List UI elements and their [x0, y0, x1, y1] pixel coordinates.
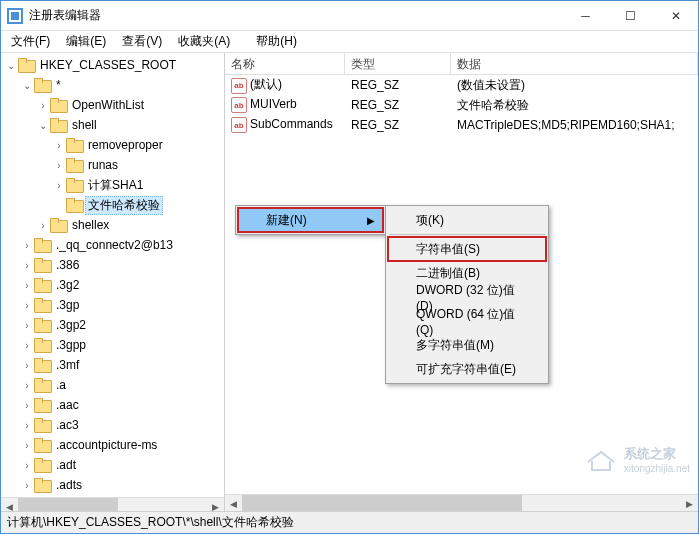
tree-item-filehash[interactable]: ›文件哈希校验 [1, 195, 224, 215]
menu-item-key[interactable]: 项(K) [388, 208, 546, 232]
tree-item-shellex[interactable]: ›shellex [1, 215, 224, 235]
tree-item-runas[interactable]: ›runas [1, 155, 224, 175]
scroll-right-icon[interactable]: ▶ [207, 498, 224, 511]
menu-item-qword[interactable]: QWORD (64 位)值(Q) [388, 309, 546, 333]
expander-icon[interactable]: › [21, 479, 33, 491]
folder-icon [66, 178, 82, 192]
expander-icon[interactable]: › [21, 299, 33, 311]
value-type: REG_SZ [345, 118, 451, 132]
statusbar: 计算机\HKEY_CLASSES_ROOT\*\shell\文件哈希校验 [1, 511, 698, 533]
expander-icon[interactable]: › [53, 179, 65, 191]
scroll-left-icon[interactable]: ◀ [1, 498, 18, 511]
menu-file[interactable]: 文件(F) [5, 31, 56, 52]
folder-icon [34, 418, 50, 432]
expander-icon[interactable]: › [37, 219, 49, 231]
value-name: SubCommands [250, 117, 333, 131]
tree-item-openwithlist[interactable]: ›OpenWithList [1, 95, 224, 115]
menu-item-new[interactable]: 新建(N) ▶ [238, 208, 383, 232]
tree-item-accountpicture[interactable]: ›.accountpicture-ms [1, 435, 224, 455]
expander-icon[interactable]: › [21, 459, 33, 471]
expander-icon[interactable]: ⌄ [37, 119, 49, 131]
menu-favorites[interactable]: 收藏夹(A) [172, 31, 236, 52]
app-icon [7, 8, 23, 24]
col-header-type[interactable]: 类型 [345, 53, 451, 74]
expander-icon[interactable]: › [21, 319, 33, 331]
expander-icon[interactable]: › [21, 359, 33, 371]
scroll-thumb[interactable] [18, 498, 118, 511]
list-hscroll[interactable]: ◀ ▶ [225, 494, 698, 511]
menu-item-multistring[interactable]: 多字符串值(M) [388, 333, 546, 357]
scroll-right-icon[interactable]: ▶ [681, 495, 698, 511]
menu-separator [389, 234, 545, 235]
tree-item-adt[interactable]: ›.adt [1, 455, 224, 475]
minimize-button[interactable]: ─ [563, 1, 608, 30]
expander-icon[interactable]: › [21, 239, 33, 251]
tree-item-3mf[interactable]: ›.3mf [1, 355, 224, 375]
window-title: 注册表编辑器 [29, 7, 563, 24]
menu-item-expandstring[interactable]: 可扩充字符串值(E) [388, 357, 546, 381]
tree-item-adts[interactable]: ›.adts [1, 475, 224, 495]
expander-icon[interactable]: ⌄ [21, 79, 33, 91]
expander-icon[interactable]: › [21, 419, 33, 431]
folder-icon [34, 278, 50, 292]
chevron-right-icon: ▶ [367, 215, 375, 226]
value-type: REG_SZ [345, 98, 451, 112]
expander-icon[interactable]: ⌄ [5, 59, 17, 71]
expander-icon[interactable]: › [21, 379, 33, 391]
value-type: REG_SZ [345, 78, 451, 92]
list-body[interactable]: ab(默认) REG_SZ (数值未设置) abMUIVerb REG_SZ 文… [225, 75, 698, 494]
tree-item-3gp2[interactable]: ›.3gp2 [1, 315, 224, 335]
tree-item-ac3[interactable]: ›.ac3 [1, 415, 224, 435]
tree-pane[interactable]: ⌄HKEY_CLASSES_ROOT ⌄* ›OpenWithList ⌄she… [1, 53, 225, 511]
tree-item-qq[interactable]: ›._qq_connectv2@b13 [1, 235, 224, 255]
tree-item-shell[interactable]: ⌄shell [1, 115, 224, 135]
folder-icon [50, 218, 66, 232]
tree-item-3gpp[interactable]: ›.3gpp [1, 335, 224, 355]
tree-item-removeproper[interactable]: ›removeproper [1, 135, 224, 155]
expander-icon[interactable]: › [21, 399, 33, 411]
col-header-data[interactable]: 数据 [451, 53, 698, 74]
menu-help[interactable]: 帮助(H) [250, 31, 303, 52]
expander-icon[interactable]: › [21, 439, 33, 451]
list-row[interactable]: abSubCommands REG_SZ MACTripleDES;MD5;RI… [225, 115, 698, 135]
maximize-button[interactable]: ☐ [608, 1, 653, 30]
folder-icon [34, 458, 50, 472]
folder-icon [66, 138, 82, 152]
expander-icon[interactable]: › [21, 259, 33, 271]
menu-edit[interactable]: 编辑(E) [60, 31, 112, 52]
value-data: MACTripleDES;MD5;RIPEMD160;SHA1; [451, 118, 698, 132]
expander-icon[interactable]: › [21, 339, 33, 351]
menu-view[interactable]: 查看(V) [116, 31, 168, 52]
tree-item-star[interactable]: ⌄* [1, 75, 224, 95]
scroll-thumb[interactable] [242, 495, 522, 511]
tree-item-386[interactable]: ›.386 [1, 255, 224, 275]
watermark: 系统之家 xitongzhijia.net [584, 445, 690, 474]
col-header-name[interactable]: 名称 [225, 53, 345, 74]
tree-item-a[interactable]: ›.a [1, 375, 224, 395]
folder-icon [18, 58, 34, 72]
context-submenu: 项(K) 字符串值(S) 二进制值(B) DWORD (32 位)值(D) QW… [385, 205, 549, 384]
folder-icon [34, 78, 50, 92]
expander-icon[interactable]: › [21, 279, 33, 291]
tree-hscroll[interactable]: ◀ ▶ [1, 497, 224, 511]
close-button[interactable]: ✕ [653, 1, 698, 30]
expander-icon[interactable]: › [53, 139, 65, 151]
list-row[interactable]: ab(默认) REG_SZ (数值未设置) [225, 75, 698, 95]
folder-icon [50, 98, 66, 112]
value-name: (默认) [250, 77, 282, 91]
folder-icon [34, 438, 50, 452]
folder-icon [50, 118, 66, 132]
expander-icon[interactable]: › [37, 99, 49, 111]
tree-item-calcsha1[interactable]: ›计算SHA1 [1, 175, 224, 195]
tree-item-aac[interactable]: ›.aac [1, 395, 224, 415]
menu-item-string[interactable]: 字符串值(S) [388, 237, 546, 261]
folder-icon [34, 378, 50, 392]
tree-item-root[interactable]: ⌄HKEY_CLASSES_ROOT [1, 55, 224, 75]
list-pane: 名称 类型 数据 ab(默认) REG_SZ (数值未设置) abMUIVerb… [225, 53, 698, 511]
status-path: 计算机\HKEY_CLASSES_ROOT\*\shell\文件哈希校验 [7, 514, 294, 531]
scroll-left-icon[interactable]: ◀ [225, 495, 242, 511]
tree-item-3g2[interactable]: ›.3g2 [1, 275, 224, 295]
list-row[interactable]: abMUIVerb REG_SZ 文件哈希校验 [225, 95, 698, 115]
tree-item-3gp[interactable]: ›.3gp [1, 295, 224, 315]
expander-icon[interactable]: › [53, 159, 65, 171]
